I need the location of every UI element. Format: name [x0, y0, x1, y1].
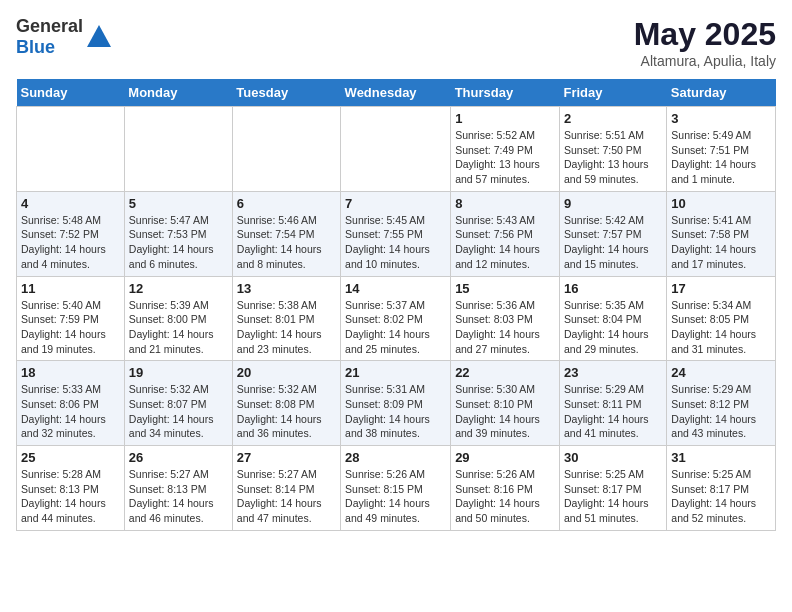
day-number: 14	[345, 281, 446, 296]
day-number: 24	[671, 365, 771, 380]
day-info: Sunrise: 5:35 AMSunset: 8:04 PMDaylight:…	[564, 298, 662, 357]
calendar-cell: 8Sunrise: 5:43 AMSunset: 7:56 PMDaylight…	[451, 191, 560, 276]
calendar-cell: 9Sunrise: 5:42 AMSunset: 7:57 PMDaylight…	[559, 191, 666, 276]
calendar-cell	[232, 107, 340, 192]
day-info: Sunrise: 5:27 AMSunset: 8:14 PMDaylight:…	[237, 467, 336, 526]
calendar-cell: 1Sunrise: 5:52 AMSunset: 7:49 PMDaylight…	[451, 107, 560, 192]
day-info: Sunrise: 5:31 AMSunset: 8:09 PMDaylight:…	[345, 382, 446, 441]
calendar-cell: 19Sunrise: 5:32 AMSunset: 8:07 PMDayligh…	[124, 361, 232, 446]
day-number: 9	[564, 196, 662, 211]
day-info: Sunrise: 5:36 AMSunset: 8:03 PMDaylight:…	[455, 298, 555, 357]
day-info: Sunrise: 5:38 AMSunset: 8:01 PMDaylight:…	[237, 298, 336, 357]
day-number: 12	[129, 281, 228, 296]
day-info: Sunrise: 5:37 AMSunset: 8:02 PMDaylight:…	[345, 298, 446, 357]
weekday-header-monday: Monday	[124, 79, 232, 107]
weekday-header-sunday: Sunday	[17, 79, 125, 107]
day-number: 7	[345, 196, 446, 211]
day-number: 18	[21, 365, 120, 380]
weekday-header-tuesday: Tuesday	[232, 79, 340, 107]
day-number: 3	[671, 111, 771, 126]
calendar-cell: 22Sunrise: 5:30 AMSunset: 8:10 PMDayligh…	[451, 361, 560, 446]
day-number: 30	[564, 450, 662, 465]
day-number: 15	[455, 281, 555, 296]
calendar-cell: 10Sunrise: 5:41 AMSunset: 7:58 PMDayligh…	[667, 191, 776, 276]
logo-general-label: General	[16, 16, 83, 36]
weekday-header-thursday: Thursday	[451, 79, 560, 107]
calendar-week-row: 25Sunrise: 5:28 AMSunset: 8:13 PMDayligh…	[17, 446, 776, 531]
calendar-cell: 27Sunrise: 5:27 AMSunset: 8:14 PMDayligh…	[232, 446, 340, 531]
day-number: 4	[21, 196, 120, 211]
day-info: Sunrise: 5:26 AMSunset: 8:15 PMDaylight:…	[345, 467, 446, 526]
calendar-cell: 7Sunrise: 5:45 AMSunset: 7:55 PMDaylight…	[341, 191, 451, 276]
day-number: 23	[564, 365, 662, 380]
day-info: Sunrise: 5:28 AMSunset: 8:13 PMDaylight:…	[21, 467, 120, 526]
svg-marker-0	[87, 25, 111, 47]
day-number: 13	[237, 281, 336, 296]
day-number: 25	[21, 450, 120, 465]
day-number: 2	[564, 111, 662, 126]
day-number: 6	[237, 196, 336, 211]
day-info: Sunrise: 5:26 AMSunset: 8:16 PMDaylight:…	[455, 467, 555, 526]
day-info: Sunrise: 5:32 AMSunset: 8:08 PMDaylight:…	[237, 382, 336, 441]
day-number: 19	[129, 365, 228, 380]
calendar-week-row: 1Sunrise: 5:52 AMSunset: 7:49 PMDaylight…	[17, 107, 776, 192]
day-info: Sunrise: 5:52 AMSunset: 7:49 PMDaylight:…	[455, 128, 555, 187]
main-title: May 2025	[634, 16, 776, 53]
day-info: Sunrise: 5:48 AMSunset: 7:52 PMDaylight:…	[21, 213, 120, 272]
calendar-table: SundayMondayTuesdayWednesdayThursdayFrid…	[16, 79, 776, 531]
calendar-cell: 11Sunrise: 5:40 AMSunset: 7:59 PMDayligh…	[17, 276, 125, 361]
calendar-cell: 3Sunrise: 5:49 AMSunset: 7:51 PMDaylight…	[667, 107, 776, 192]
calendar-cell: 2Sunrise: 5:51 AMSunset: 7:50 PMDaylight…	[559, 107, 666, 192]
calendar-cell: 14Sunrise: 5:37 AMSunset: 8:02 PMDayligh…	[341, 276, 451, 361]
calendar-cell: 5Sunrise: 5:47 AMSunset: 7:53 PMDaylight…	[124, 191, 232, 276]
calendar-cell: 20Sunrise: 5:32 AMSunset: 8:08 PMDayligh…	[232, 361, 340, 446]
day-number: 5	[129, 196, 228, 211]
day-info: Sunrise: 5:29 AMSunset: 8:12 PMDaylight:…	[671, 382, 771, 441]
calendar-cell: 25Sunrise: 5:28 AMSunset: 8:13 PMDayligh…	[17, 446, 125, 531]
day-number: 26	[129, 450, 228, 465]
calendar-cell: 28Sunrise: 5:26 AMSunset: 8:15 PMDayligh…	[341, 446, 451, 531]
day-info: Sunrise: 5:40 AMSunset: 7:59 PMDaylight:…	[21, 298, 120, 357]
logo: General Blue	[16, 16, 113, 58]
calendar-cell	[124, 107, 232, 192]
calendar-cell: 12Sunrise: 5:39 AMSunset: 8:00 PMDayligh…	[124, 276, 232, 361]
day-info: Sunrise: 5:46 AMSunset: 7:54 PMDaylight:…	[237, 213, 336, 272]
page-header: General Blue May 2025 Altamura, Apulia, …	[16, 16, 776, 69]
subtitle: Altamura, Apulia, Italy	[634, 53, 776, 69]
calendar-cell: 6Sunrise: 5:46 AMSunset: 7:54 PMDaylight…	[232, 191, 340, 276]
weekday-header-saturday: Saturday	[667, 79, 776, 107]
day-number: 29	[455, 450, 555, 465]
day-info: Sunrise: 5:51 AMSunset: 7:50 PMDaylight:…	[564, 128, 662, 187]
calendar-cell: 23Sunrise: 5:29 AMSunset: 8:11 PMDayligh…	[559, 361, 666, 446]
day-info: Sunrise: 5:32 AMSunset: 8:07 PMDaylight:…	[129, 382, 228, 441]
calendar-cell: 31Sunrise: 5:25 AMSunset: 8:17 PMDayligh…	[667, 446, 776, 531]
day-info: Sunrise: 5:39 AMSunset: 8:00 PMDaylight:…	[129, 298, 228, 357]
day-number: 27	[237, 450, 336, 465]
day-number: 22	[455, 365, 555, 380]
day-info: Sunrise: 5:43 AMSunset: 7:56 PMDaylight:…	[455, 213, 555, 272]
calendar-cell: 16Sunrise: 5:35 AMSunset: 8:04 PMDayligh…	[559, 276, 666, 361]
day-number: 8	[455, 196, 555, 211]
day-info: Sunrise: 5:25 AMSunset: 8:17 PMDaylight:…	[564, 467, 662, 526]
day-info: Sunrise: 5:25 AMSunset: 8:17 PMDaylight:…	[671, 467, 771, 526]
logo-blue-label: Blue	[16, 37, 55, 57]
day-number: 17	[671, 281, 771, 296]
day-number: 31	[671, 450, 771, 465]
day-info: Sunrise: 5:49 AMSunset: 7:51 PMDaylight:…	[671, 128, 771, 187]
day-info: Sunrise: 5:29 AMSunset: 8:11 PMDaylight:…	[564, 382, 662, 441]
calendar-cell: 29Sunrise: 5:26 AMSunset: 8:16 PMDayligh…	[451, 446, 560, 531]
calendar-week-row: 4Sunrise: 5:48 AMSunset: 7:52 PMDaylight…	[17, 191, 776, 276]
day-number: 1	[455, 111, 555, 126]
calendar-cell: 30Sunrise: 5:25 AMSunset: 8:17 PMDayligh…	[559, 446, 666, 531]
day-number: 10	[671, 196, 771, 211]
day-info: Sunrise: 5:27 AMSunset: 8:13 PMDaylight:…	[129, 467, 228, 526]
weekday-header-row: SundayMondayTuesdayWednesdayThursdayFrid…	[17, 79, 776, 107]
day-info: Sunrise: 5:41 AMSunset: 7:58 PMDaylight:…	[671, 213, 771, 272]
day-number: 21	[345, 365, 446, 380]
calendar-week-row: 11Sunrise: 5:40 AMSunset: 7:59 PMDayligh…	[17, 276, 776, 361]
calendar-cell: 15Sunrise: 5:36 AMSunset: 8:03 PMDayligh…	[451, 276, 560, 361]
day-info: Sunrise: 5:47 AMSunset: 7:53 PMDaylight:…	[129, 213, 228, 272]
day-info: Sunrise: 5:33 AMSunset: 8:06 PMDaylight:…	[21, 382, 120, 441]
weekday-header-friday: Friday	[559, 79, 666, 107]
day-info: Sunrise: 5:45 AMSunset: 7:55 PMDaylight:…	[345, 213, 446, 272]
